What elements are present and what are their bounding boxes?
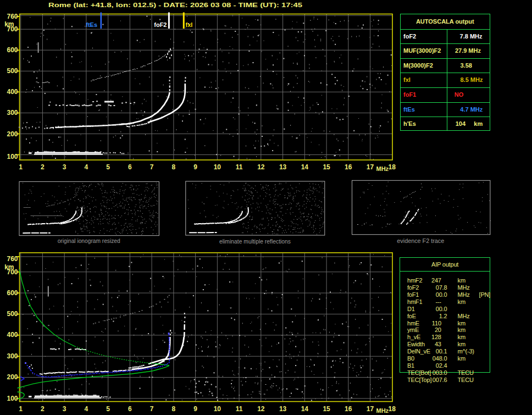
svg-text:14: 14	[301, 405, 309, 413]
svg-text:17: 17	[367, 405, 374, 413]
svg-text:9: 9	[193, 405, 197, 413]
svg-text:760: 760	[7, 13, 18, 20]
svg-text:3: 3	[63, 163, 66, 171]
svg-text:km: km	[4, 20, 14, 28]
svg-text:1: 1	[19, 163, 23, 171]
svg-text:500: 500	[7, 67, 18, 75]
svg-text:4: 4	[85, 405, 88, 413]
svg-text:15: 15	[323, 405, 330, 413]
svg-text:6: 6	[128, 163, 132, 171]
svg-text:15: 15	[323, 163, 330, 171]
svg-text:400: 400	[7, 88, 18, 96]
svg-text:600: 600	[7, 46, 18, 54]
svg-text:11: 11	[236, 405, 243, 413]
svg-text:fxl: fxl	[186, 21, 193, 28]
svg-text:10: 10	[214, 405, 221, 413]
svg-text:1: 1	[19, 405, 23, 413]
svg-text:Rome (lat: +41.8, lon: 012.5): Rome (lat: +41.8, lon: 012.5) - DATE: 20…	[48, 2, 303, 8]
svg-text:14: 14	[301, 163, 309, 171]
svg-text:7: 7	[150, 163, 154, 171]
svg-text:300: 300	[7, 352, 18, 360]
svg-text:18: 18	[389, 405, 396, 413]
svg-text:eliminate multiple reflections: eliminate multiple reflections	[219, 238, 291, 245]
svg-text:9: 9	[193, 163, 197, 171]
svg-text:8: 8	[172, 163, 176, 171]
svg-text:600: 600	[7, 289, 18, 297]
svg-text:5: 5	[106, 405, 110, 413]
svg-text:7: 7	[150, 405, 154, 413]
svg-text:400: 400	[7, 331, 18, 339]
svg-text:foF2: foF2	[154, 21, 167, 28]
svg-text:3: 3	[63, 405, 66, 413]
svg-text:12: 12	[257, 163, 265, 171]
svg-text:original ionogram resized: original ionogram resized	[58, 237, 120, 244]
svg-text:100: 100	[7, 395, 18, 402]
svg-text:6: 6	[128, 405, 132, 413]
svg-text:ftEs: ftEs	[86, 21, 97, 28]
svg-text:MHz: MHz	[376, 407, 389, 414]
svg-text:17: 17	[367, 163, 374, 171]
svg-text:760: 760	[7, 255, 18, 263]
svg-text:5: 5	[106, 163, 110, 171]
svg-text:300: 300	[7, 109, 18, 117]
svg-text:500: 500	[7, 310, 18, 318]
svg-text:11: 11	[236, 163, 243, 171]
svg-text:100: 100	[7, 153, 18, 161]
svg-text:8: 8	[172, 405, 176, 413]
svg-text:MHz: MHz	[376, 165, 389, 172]
svg-text:13: 13	[279, 163, 287, 171]
svg-text:200: 200	[7, 130, 18, 138]
svg-text:evidence F2 trace: evidence F2 trace	[397, 237, 444, 244]
svg-text:12: 12	[257, 405, 265, 413]
svg-text:13: 13	[279, 405, 287, 413]
svg-text:2: 2	[41, 163, 45, 171]
svg-text:km: km	[4, 263, 14, 271]
svg-text:16: 16	[345, 405, 352, 413]
svg-text:10: 10	[214, 163, 221, 171]
svg-text:18: 18	[389, 163, 396, 171]
svg-text:4: 4	[85, 163, 88, 171]
svg-text:200: 200	[7, 373, 18, 381]
svg-text:2: 2	[41, 405, 45, 413]
svg-text:16: 16	[345, 163, 352, 171]
